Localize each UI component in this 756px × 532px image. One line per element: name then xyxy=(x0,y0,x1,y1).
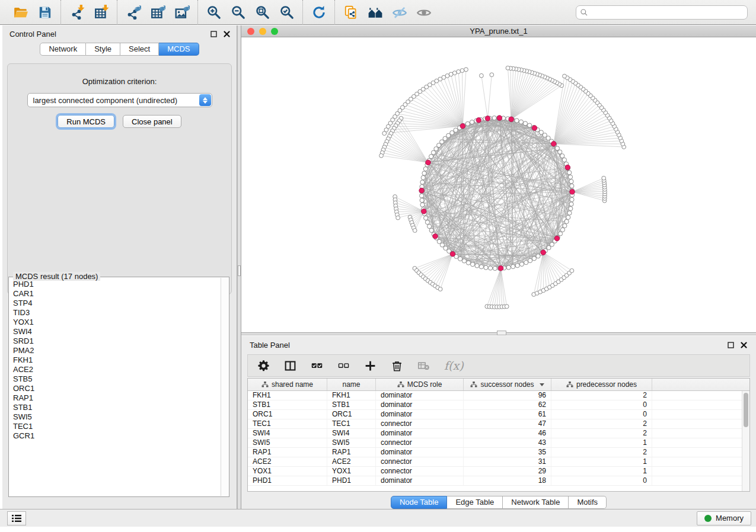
table-row[interactable]: ORC1ORC1dominator610 xyxy=(248,410,749,419)
table-cell: 1 xyxy=(551,467,652,476)
mcds-result-item[interactable]: TEC1 xyxy=(13,422,221,431)
network-window-titlebar: YPA_prune.txt_1 xyxy=(241,25,756,37)
close-panel-icon[interactable] xyxy=(223,30,231,38)
mcds-result-item[interactable]: STB5 xyxy=(13,374,221,384)
column-header-successor-nodes[interactable]: successor nodes xyxy=(464,379,551,390)
mcds-result-item[interactable]: ACE2 xyxy=(13,365,221,374)
panel-splitter-vertical[interactable] xyxy=(237,25,241,509)
mcds-result-item[interactable]: STB1 xyxy=(13,403,221,412)
table-row[interactable]: FKH1FKH1dominator962 xyxy=(248,391,749,400)
mcds-result-item[interactable]: RAP1 xyxy=(13,393,221,403)
show-all-button[interactable] xyxy=(412,2,436,23)
close-panel-button[interactable]: Close panel xyxy=(123,115,181,128)
column-header-MCDS-role[interactable]: MCDS role xyxy=(376,379,464,390)
export-table-button[interactable] xyxy=(145,2,170,23)
network-canvas[interactable] xyxy=(241,38,756,332)
memory-button[interactable]: Memory xyxy=(697,511,751,525)
first-neighbors-icon xyxy=(368,8,382,17)
export-network-button[interactable] xyxy=(121,2,145,23)
mcds-result-item[interactable]: YOX1 xyxy=(13,318,221,327)
table-cell: TEC1 xyxy=(248,419,327,428)
zoom-fit-icon xyxy=(257,7,268,18)
table-row[interactable]: RAP1RAP1dominator352 xyxy=(248,448,749,457)
table-row[interactable]: ACE2ACE2connector311 xyxy=(248,457,749,467)
table-cell: 43 xyxy=(464,438,551,447)
zoom-fit-button[interactable] xyxy=(250,2,275,23)
mcds-result-item[interactable]: SRD1 xyxy=(13,336,221,346)
mcds-result-item[interactable]: CAR1 xyxy=(13,289,221,299)
open-file-button[interactable] xyxy=(8,2,33,23)
mcds-result-item[interactable]: ORC1 xyxy=(13,384,221,393)
mcds-result-item[interactable]: SWI5 xyxy=(13,412,221,422)
table-row[interactable]: TEC1TEC1connector472 xyxy=(248,419,749,429)
table-cell: dominator xyxy=(376,429,464,438)
task-history-button[interactable] xyxy=(7,511,26,525)
table-cell: PHD1 xyxy=(327,476,376,485)
table-cell: SWI4 xyxy=(327,429,376,438)
split-columns-button[interactable] xyxy=(284,357,296,374)
select-all-button[interactable] xyxy=(311,357,323,374)
mcds-result-item[interactable]: GCR1 xyxy=(13,431,221,441)
mcds-result-item[interactable]: TID3 xyxy=(13,308,221,318)
tab-edge-table[interactable]: Edge Table xyxy=(447,496,503,509)
table-cell: STB1 xyxy=(327,400,376,409)
hide-selected-button[interactable] xyxy=(387,2,412,23)
first-neighbors-button[interactable] xyxy=(363,2,387,23)
settings-button[interactable] xyxy=(257,357,270,374)
zoom-selected-button[interactable] xyxy=(275,2,299,23)
optimization-criterion-dropdown[interactable]: largest connected component (undirected) xyxy=(27,93,212,107)
sort-chevron-icon[interactable] xyxy=(540,383,544,386)
tab-style[interactable]: Style xyxy=(86,43,120,56)
panel-splitter-horizontal[interactable] xyxy=(241,332,756,335)
close-table-panel-icon[interactable] xyxy=(740,341,748,349)
table-scrollbar-thumb[interactable] xyxy=(744,393,748,427)
save-session-button[interactable] xyxy=(33,2,57,23)
import-network-button[interactable] xyxy=(65,2,89,23)
table-row[interactable]: STB1STB1dominator620 xyxy=(248,400,749,410)
table-cell-filler xyxy=(652,419,749,428)
run-mcds-button[interactable]: Run MCDS xyxy=(58,115,114,128)
tab-motifs[interactable]: Motifs xyxy=(569,496,607,509)
table-cell: dominator xyxy=(376,410,464,419)
memory-label: Memory xyxy=(716,514,744,523)
float-panel-icon[interactable] xyxy=(210,30,218,38)
refresh-layout-button[interactable] xyxy=(307,2,331,23)
export-image-button[interactable] xyxy=(170,2,194,23)
column-header-predecessor-nodes[interactable]: predecessor nodes xyxy=(551,379,652,390)
table-panel: Table Panel f(x) shared namenameMCDS rol… xyxy=(241,336,756,509)
tab-mcds[interactable]: MCDS xyxy=(159,43,199,56)
zoom-in-button[interactable] xyxy=(202,2,226,23)
clone-network-button[interactable] xyxy=(339,2,363,23)
search-icon xyxy=(580,8,588,17)
zoom-out-button[interactable] xyxy=(226,2,250,23)
status-bar: Memory xyxy=(0,509,756,527)
table-row[interactable]: SWI4SWI4dominator462 xyxy=(248,429,749,438)
mcds-result-item[interactable]: SWI4 xyxy=(13,327,221,336)
table-row[interactable]: YOX1YOX1connector291 xyxy=(248,467,749,476)
add-column-button[interactable] xyxy=(364,357,377,374)
mcds-panel: Optimization criterion: largest connecte… xyxy=(7,63,232,294)
mcds-result-item[interactable]: FKH1 xyxy=(13,355,221,365)
column-header-name[interactable]: name xyxy=(327,379,376,390)
deselect-all-button[interactable] xyxy=(337,357,350,374)
tab-select[interactable]: Select xyxy=(120,43,159,56)
table-scrollbar[interactable] xyxy=(742,391,749,491)
tab-node-table[interactable]: Node Table xyxy=(391,496,448,509)
mcds-result-item[interactable]: PHD1 xyxy=(13,280,221,289)
table-row[interactable]: SWI5SWI5connector431 xyxy=(248,438,749,448)
tab-network[interactable]: Network xyxy=(40,43,86,56)
table-cell: SWI4 xyxy=(248,429,327,438)
float-table-panel-icon[interactable] xyxy=(727,341,735,349)
tab-network-table[interactable]: Network Table xyxy=(503,496,569,509)
delete-column-button[interactable] xyxy=(391,357,403,374)
mcds-result-item[interactable]: PMA2 xyxy=(13,346,221,355)
table-panel-title: Table Panel xyxy=(250,341,290,350)
table-cell-filler xyxy=(652,391,749,400)
table-row[interactable]: PHD1PHD1dominator180 xyxy=(248,476,749,486)
table-cell: FKH1 xyxy=(327,391,376,400)
column-header-shared-name[interactable]: shared name xyxy=(248,379,327,390)
mcds-list-scrollbar[interactable] xyxy=(221,278,228,496)
search-input[interactable] xyxy=(576,5,748,20)
import-table-button[interactable] xyxy=(89,2,113,23)
mcds-result-item[interactable]: STP4 xyxy=(13,299,221,308)
